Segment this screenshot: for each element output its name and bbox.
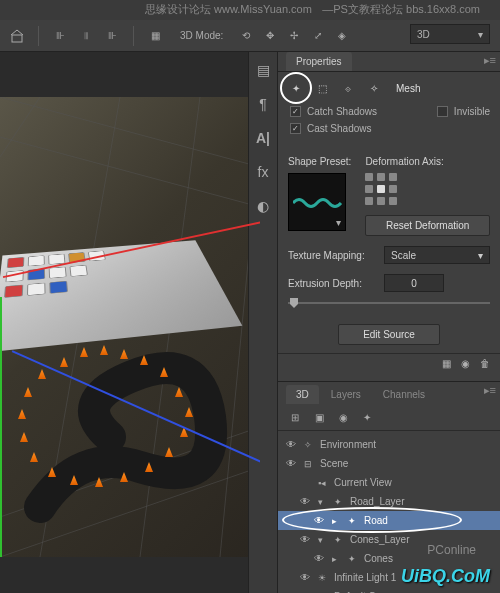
visibility-eye-icon[interactable]: 👁 <box>314 515 328 526</box>
mesh-node-icon: ✦ <box>348 554 360 564</box>
filter-material-icon[interactable]: ◉ <box>336 410 350 424</box>
edit-source-button[interactable]: Edit Source <box>338 324 440 345</box>
mesh-node-icon: ✦ <box>334 535 346 545</box>
tree-current-view[interactable]: ▪◂ Current View <box>278 473 500 492</box>
tree-label: Scene <box>320 458 348 469</box>
filter-row: ⊞ ▣ ◉ ✦ <box>278 404 500 431</box>
scale-3d-icon[interactable]: ⤢ <box>309 27 327 45</box>
tab-properties[interactable]: Properties <box>286 52 352 71</box>
orbit-icon[interactable]: ⟲ <box>237 27 255 45</box>
deformation-axis-label: Deformation Axis: <box>365 156 490 167</box>
tab-channels[interactable]: Channels <box>373 385 435 404</box>
adjustments-icon[interactable]: ◐ <box>257 198 269 214</box>
vertical-toolbar: ▤ ¶ A| fx ◐ <box>248 52 278 593</box>
tree-label: Infinite Light 1 <box>334 572 396 583</box>
invisible-checkbox[interactable] <box>437 106 448 117</box>
watermark-top-right: —PS文教程论坛 bbs.16xx8.com <box>322 2 480 17</box>
styles-icon[interactable]: fx <box>258 164 269 180</box>
properties-tabs: Properties ▸≡ <box>278 52 500 72</box>
options-bar: ⊪ ⫴ ⊪ ▦ 3D Mode: ⟲ ✥ ✢ ⤢ ◈ 3D ▾ <box>0 20 500 52</box>
dropdown-value: 3D <box>417 29 430 40</box>
catch-shadows-checkbox[interactable] <box>290 106 301 117</box>
filter-light-icon[interactable]: ✦ <box>360 410 374 424</box>
tree-environment[interactable]: 👁 ✧ Environment <box>278 435 500 454</box>
extrusion-slider[interactable] <box>288 296 490 310</box>
align-icon-3[interactable]: ⊪ <box>103 27 121 45</box>
panel-menu-icon[interactable]: ▸≡ <box>484 54 496 67</box>
watermark-top-left: 思缘设计论坛 www.MissYuan.com <box>145 2 312 17</box>
right-panel: Properties ▸≡ ✦ ⬚ ⟐ ✧ Mesh Catch Shadows… <box>278 52 500 593</box>
render-icon[interactable]: ▦ <box>442 358 451 369</box>
tree-scene[interactable]: 👁 ⊟ Scene <box>278 454 500 473</box>
trash-icon[interactable]: 🗑 <box>480 358 490 369</box>
texture-mapping-label: Texture Mapping: <box>288 250 376 261</box>
deform-icon[interactable]: ⬚ <box>314 80 330 96</box>
mesh-label: Mesh <box>396 83 420 94</box>
align-icon-2[interactable]: ⫴ <box>77 27 95 45</box>
y-axis[interactable] <box>0 297 2 557</box>
visibility-eye-icon[interactable]: 👁 <box>300 534 314 545</box>
home-icon[interactable] <box>8 27 26 45</box>
align-icon-1[interactable]: ⊪ <box>51 27 69 45</box>
extrusion-depth-input[interactable]: 0 <box>384 274 444 292</box>
deformation-axis-grid[interactable] <box>365 173 490 207</box>
text-tool-icon[interactable]: A| <box>256 130 270 146</box>
visibility-eye-icon[interactable]: 👁 <box>300 572 314 583</box>
light-toggle-icon[interactable]: ◉ <box>461 358 470 369</box>
panel-menu-icon[interactable]: ▸≡ <box>484 384 496 397</box>
reset-deformation-button[interactable]: Reset Deformation <box>365 215 490 236</box>
visibility-eye-icon[interactable]: 👁 <box>314 553 328 564</box>
tree-road-layer[interactable]: 👁 ▾ ✦ Road_Layer <box>278 492 500 511</box>
catch-shadows-label: Catch Shadows <box>307 106 377 117</box>
cap-icon[interactable]: ⟐ <box>340 80 356 96</box>
cast-shadows-label: Cast Shadows <box>307 123 371 134</box>
scene-icon: ⊟ <box>304 459 316 469</box>
swatches-icon[interactable]: ▤ <box>257 62 270 78</box>
tab-layers[interactable]: Layers <box>321 385 371 404</box>
properties-footer: ▦ ◉ 🗑 <box>278 353 500 373</box>
texture-mapping-select[interactable]: Scale ▾ <box>384 246 490 264</box>
disclosure-triangle-icon[interactable]: ▾ <box>318 497 330 507</box>
shape-preset-thumb[interactable]: ▾ <box>288 173 346 231</box>
mesh-node-icon: ✦ <box>348 516 360 526</box>
tree-label: Cones_Layer <box>350 534 409 545</box>
filter-mesh-icon[interactable]: ▣ <box>312 410 326 424</box>
paragraph-icon[interactable]: ¶ <box>259 96 267 112</box>
distribute-icon[interactable]: ▦ <box>146 27 164 45</box>
road-mesh[interactable] <box>20 327 250 527</box>
tree-label: Cones <box>364 553 393 564</box>
cast-shadows-checkbox[interactable] <box>290 123 301 134</box>
preset-chevron-icon[interactable]: ▾ <box>336 217 341 228</box>
visibility-eye-icon[interactable]: 👁 <box>286 439 300 450</box>
tree-road[interactable]: 👁 ▸ ✦ Road <box>278 511 500 530</box>
mesh-node-icon: ✦ <box>334 497 346 507</box>
texture-mapping-value: Scale <box>391 250 416 261</box>
coords-icon[interactable]: ✧ <box>366 80 382 96</box>
move-icon[interactable]: ✢ <box>285 27 303 45</box>
svg-line-5 <box>0 97 40 157</box>
tree-label: Environment <box>320 439 376 450</box>
visibility-eye-icon[interactable]: 👁 <box>300 496 314 507</box>
watermark-uibq: UiBQ.CoM <box>401 566 490 587</box>
view-dropdown[interactable]: 3D ▾ <box>410 24 490 44</box>
shape-preset-label: Shape Preset: <box>288 156 351 167</box>
filter-all-icon[interactable]: ⊞ <box>288 410 302 424</box>
canvas-area <box>0 52 278 593</box>
disclosure-triangle-icon[interactable]: ▸ <box>332 516 344 526</box>
chevron-down-icon: ▾ <box>478 29 483 40</box>
tab-3d[interactable]: 3D <box>286 385 319 404</box>
mesh-icon[interactable]: ✦ <box>288 80 304 96</box>
svg-line-1 <box>0 97 260 167</box>
disclosure-triangle-icon[interactable]: ▸ <box>332 554 344 564</box>
disclosure-triangle-icon[interactable]: ▾ <box>318 535 330 545</box>
environment-icon: ✧ <box>304 440 316 450</box>
chevron-down-icon: ▾ <box>478 250 483 261</box>
tree-label: Current View <box>334 477 392 488</box>
visibility-eye-icon[interactable]: 👁 <box>286 458 300 469</box>
camera-icon: ▪◂ <box>318 478 330 488</box>
tree-default-camera[interactable]: ▪◂ Default Camera <box>278 587 500 593</box>
rotate-icon[interactable]: ◈ <box>333 27 351 45</box>
document-canvas[interactable] <box>0 97 260 557</box>
mode-label: 3D Mode: <box>180 30 223 41</box>
pan-icon[interactable]: ✥ <box>261 27 279 45</box>
